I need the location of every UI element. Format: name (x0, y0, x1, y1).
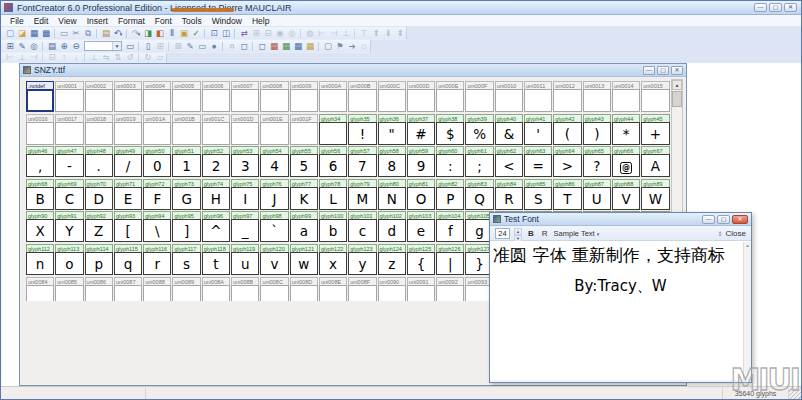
glyph-cell-glyph43[interactable]: glyph43) (583, 114, 611, 145)
glyph-cell-glyph38[interactable]: glyph38$ (436, 114, 464, 145)
glyph-cell-glyph81[interactable]: glyph81O (407, 179, 435, 210)
glyph-cell-uni0004[interactable]: uni0004 (143, 81, 171, 112)
glyph-cell-uni008F[interactable]: uni008F (348, 277, 376, 301)
close-button[interactable]: ✕ (784, 3, 797, 12)
glyph-cell-glyph86[interactable]: glyph86T (553, 179, 581, 210)
glyph-cell-glyph126[interactable]: glyph126| (436, 244, 464, 275)
glyph-cell-uni000C[interactable]: uni000C (378, 81, 406, 112)
glyph-cell-glyph94[interactable]: glyph94\ (143, 211, 171, 242)
bookmark-icon[interactable]: ⚑ (334, 41, 346, 52)
glyph-cell-glyph101[interactable]: glyph101c (348, 211, 376, 242)
glyph-cell-glyph83[interactable]: glyph83Q (465, 179, 493, 210)
glyph-cell-glyph40[interactable]: glyph40& (495, 114, 523, 145)
overview-close-button[interactable]: ✕ (671, 66, 683, 75)
glyph-cell-uni001B[interactable]: uni001B (172, 114, 200, 145)
glyph-cell-glyph85[interactable]: glyph85S (524, 179, 552, 210)
glyph-cell-glyph73[interactable]: glyph73G (172, 179, 200, 210)
print-icon[interactable]: ▭ (58, 28, 70, 39)
category-panel-icon[interactable]: ▤ (46, 41, 58, 52)
glyph-cell-uni0005[interactable]: uni0005 (172, 81, 200, 112)
glyph-cell-glyph113[interactable]: glyph113o (55, 244, 83, 275)
menu-item-tools[interactable]: Tools (177, 16, 207, 26)
glyph-cell-uni0090[interactable]: uni0090 (378, 277, 406, 301)
glyph-cell-uni0088[interactable]: uni0088 (143, 277, 171, 301)
glyph-cell-uni0086[interactable]: uni0086 (85, 277, 113, 301)
glyph-cell-glyph92[interactable]: glyph92Z (85, 211, 113, 242)
menu-item-font[interactable]: Font (150, 16, 177, 26)
comparison-panel-icon[interactable]: ◻ (256, 41, 268, 52)
glyph-properties-icon[interactable]: Ⅱ (166, 28, 178, 39)
open-font-icon[interactable]: ◪ (16, 28, 28, 39)
titlebar[interactable]: FontCreator 6.0 Professional Edition - L… (1, 1, 801, 15)
glyph-cell-glyph58[interactable]: glyph588 (378, 146, 406, 177)
glyph-cell-glyph70[interactable]: glyph70D (85, 179, 113, 210)
glyph-edit-mode-icon[interactable]: ✎ (16, 41, 28, 52)
glyph-cell-glyph76[interactable]: glyph76J (260, 179, 288, 210)
insert-characters-icon[interactable]: ◫ (220, 28, 232, 39)
resize-grip[interactable] (789, 388, 801, 399)
glyph-cell-glyph99[interactable]: glyph99a (290, 211, 318, 242)
glyph-cell-glyph47[interactable]: glyph47- (55, 146, 83, 177)
glyph-cell-glyph61[interactable]: glyph61; (465, 146, 493, 177)
glyph-cell-uni000E[interactable]: uni000E (436, 81, 464, 112)
resize-icon[interactable]: ⇕ (718, 230, 723, 237)
validate-font-icon[interactable]: ✓ (190, 28, 202, 39)
glyph-cell-uni0003[interactable]: uni0003 (114, 81, 142, 112)
glyph-cell-uni001C[interactable]: uni001C (202, 114, 230, 145)
glyph-cell-uni0091[interactable]: uni0091 (407, 277, 435, 301)
glyph-cell-glyph112[interactable]: glyph112n (26, 244, 54, 275)
glyph-cell-glyph53[interactable]: glyph533 (231, 146, 259, 177)
glyph-cell-glyph57[interactable]: glyph577 (348, 146, 376, 177)
glyph-cell-glyph67[interactable]: glyph67A (641, 146, 669, 177)
menu-item-insert[interactable]: Insert (82, 16, 113, 26)
glyph-cell-uni0007[interactable]: uni0007 (231, 81, 259, 112)
glyph-cell-uni0008[interactable]: uni0008 (260, 81, 288, 112)
glyph-cell-glyph65[interactable]: glyph65? (583, 146, 611, 177)
glyph-cell-uni008C[interactable]: uni008C (260, 277, 288, 301)
glyph-cell-glyph104[interactable]: glyph104f (436, 211, 464, 242)
glyph-cell-glyph124[interactable]: glyph124z (378, 244, 406, 275)
glyph-cell-glyph52[interactable]: glyph522 (202, 146, 230, 177)
zoom-selection-icon[interactable]: ▭ (124, 41, 136, 52)
glyph-cell-glyph41[interactable]: glyph41' (524, 114, 552, 145)
draw-ellipse-icon[interactable]: ● (208, 41, 220, 52)
glyph-cell-glyph72[interactable]: glyph72F (143, 179, 171, 210)
glyph-cell-glyph75[interactable]: glyph75I (231, 179, 259, 210)
glyph-transformer-icon[interactable]: ⇄ (238, 28, 250, 39)
glyph-cell-glyph120[interactable]: glyph120v (260, 244, 288, 275)
glyph-cell-glyph63[interactable]: glyph63= (524, 146, 552, 177)
preview-scrollbar[interactable]: ▲ (743, 242, 751, 380)
glyph-cell-uni0009[interactable]: uni0009 (290, 81, 318, 112)
glyph-cell-uni008A[interactable]: uni008A (202, 277, 230, 301)
chevron-down-icon[interactable]: ▼ (112, 42, 121, 50)
glyph-cell-glyph44[interactable]: glyph44* (612, 114, 640, 145)
glyph-cell-glyph39[interactable]: glyph39% (465, 114, 493, 145)
tag-clear-icon[interactable]: ▢ (322, 41, 334, 52)
glyph-cell-glyph123[interactable]: glyph123y (348, 244, 376, 275)
glyph-cell-glyph48[interactable]: glyph48. (85, 146, 113, 177)
glyph-cell-uni0092[interactable]: uni0092 (436, 277, 464, 301)
glyph-cell-uni001F[interactable]: uni001F (290, 114, 318, 145)
glyph-cell-uni008D[interactable]: uni008D (290, 277, 318, 301)
glyph-cell-glyph78[interactable]: glyph78L (319, 179, 347, 210)
sample-panel-icon[interactable]: ◻ (238, 41, 250, 52)
glyph-cell-uni008B[interactable]: uni008B (231, 277, 259, 301)
glyph-cell-glyph117[interactable]: glyph117s (172, 244, 200, 275)
glyph-cell-uni000F[interactable]: uni000F (465, 81, 493, 112)
scroll-up-icon[interactable]: ▲ (672, 80, 682, 90)
menu-item-format[interactable]: Format (113, 16, 150, 26)
glyph-cell-.notdef[interactable]: .notdef (26, 81, 54, 112)
glyph-cell-uni0017[interactable]: uni0017 (55, 114, 83, 145)
glyph-cell-uni0001[interactable]: uni0001 (55, 81, 83, 112)
glyph-cell-glyph77[interactable]: glyph77K (290, 179, 318, 210)
glyph-cell-glyph54[interactable]: glyph544 (260, 146, 288, 177)
glyph-cell-uni001D[interactable]: uni001D (231, 114, 259, 145)
font-size-input[interactable]: 24 (495, 228, 510, 239)
glyph-cell-glyph71[interactable]: glyph71E (114, 179, 142, 210)
draw-circle-icon[interactable]: ○ (226, 41, 238, 52)
glyph-cell-glyph116[interactable]: glyph116r (143, 244, 171, 275)
overview-mode-icon[interactable]: ⊞ (4, 41, 16, 52)
overview-titlebar[interactable]: SNZY.ttf — ▢ ✕ (20, 64, 686, 77)
glyph-cell-glyph89[interactable]: glyph89W (641, 179, 669, 210)
test-font-icon[interactable]: ⊡ (208, 28, 220, 39)
